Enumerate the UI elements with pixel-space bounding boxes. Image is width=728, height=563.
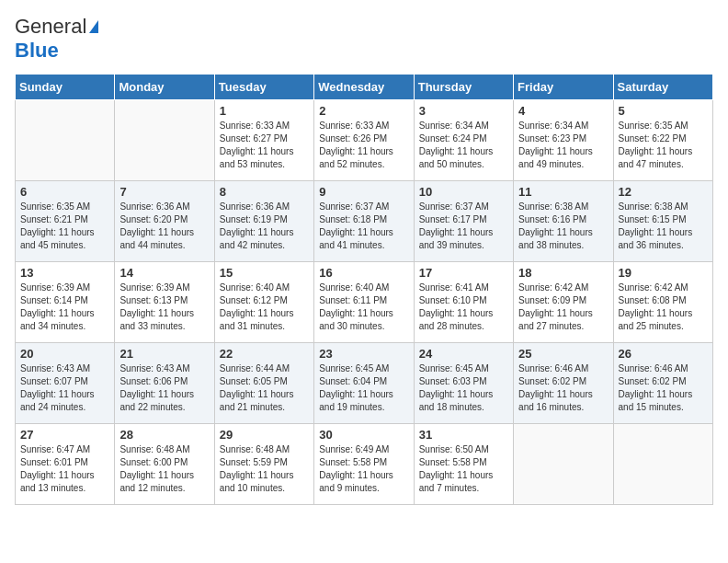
calendar-cell: 24Sunrise: 6:45 AMSunset: 6:03 PMDayligh… <box>414 343 513 424</box>
day-number: 29 <box>220 428 309 442</box>
calendar-cell: 22Sunrise: 6:44 AMSunset: 6:05 PMDayligh… <box>214 343 313 424</box>
calendar-cell: 5Sunrise: 6:35 AMSunset: 6:22 PMDaylight… <box>613 100 712 181</box>
day-number: 18 <box>518 266 608 280</box>
cell-details: Sunrise: 6:40 AMSunset: 6:12 PMDaylight:… <box>220 282 309 333</box>
cell-details: Sunrise: 6:43 AMSunset: 6:06 PMDaylight:… <box>119 362 209 414</box>
cell-details: Sunrise: 6:50 AMSunset: 5:58 PMDaylight:… <box>419 443 508 495</box>
cell-details: Sunrise: 6:39 AMSunset: 6:13 PMDaylight:… <box>119 282 209 333</box>
cell-details: Sunrise: 6:44 AMSunset: 6:05 PMDaylight:… <box>220 362 309 414</box>
header-monday: Monday <box>115 75 214 100</box>
calendar-cell: 20Sunrise: 6:43 AMSunset: 6:07 PMDayligh… <box>16 343 115 424</box>
calendar-cell <box>514 424 613 505</box>
cell-details: Sunrise: 6:48 AMSunset: 5:59 PMDaylight:… <box>220 443 309 495</box>
cell-details: Sunrise: 6:34 AMSunset: 6:24 PMDaylight:… <box>419 120 508 171</box>
calendar-cell: 26Sunrise: 6:46 AMSunset: 6:02 PMDayligh… <box>613 343 712 424</box>
cell-details: Sunrise: 6:36 AMSunset: 6:19 PMDaylight:… <box>220 201 309 252</box>
cell-details: Sunrise: 6:48 AMSunset: 6:00 PMDaylight:… <box>119 443 209 495</box>
header-thursday: Thursday <box>414 75 513 100</box>
calendar-cell: 23Sunrise: 6:45 AMSunset: 6:04 PMDayligh… <box>314 343 414 424</box>
cell-details: Sunrise: 6:42 AMSunset: 6:08 PMDaylight:… <box>619 282 708 333</box>
header-sunday: Sunday <box>16 75 115 100</box>
calendar-cell: 29Sunrise: 6:48 AMSunset: 5:59 PMDayligh… <box>214 424 313 505</box>
calendar-cell <box>16 100 115 181</box>
calendar-cell: 12Sunrise: 6:38 AMSunset: 6:15 PMDayligh… <box>613 181 712 262</box>
calendar-cell: 1Sunrise: 6:33 AMSunset: 6:27 PMDaylight… <box>214 100 313 181</box>
day-number: 3 <box>419 104 508 118</box>
header-wednesday: Wednesday <box>314 75 414 100</box>
cell-details: Sunrise: 6:35 AMSunset: 6:22 PMDaylight:… <box>619 120 708 171</box>
day-number: 28 <box>119 428 209 442</box>
week-row-5: 27Sunrise: 6:47 AMSunset: 6:01 PMDayligh… <box>16 424 713 505</box>
header-tuesday: Tuesday <box>214 75 313 100</box>
calendar-cell: 14Sunrise: 6:39 AMSunset: 6:13 PMDayligh… <box>115 262 214 343</box>
calendar-cell: 17Sunrise: 6:41 AMSunset: 6:10 PMDayligh… <box>414 262 513 343</box>
day-number: 25 <box>518 347 608 361</box>
day-number: 17 <box>419 266 508 280</box>
calendar-cell: 7Sunrise: 6:36 AMSunset: 6:20 PMDaylight… <box>115 181 214 262</box>
calendar-cell: 18Sunrise: 6:42 AMSunset: 6:09 PMDayligh… <box>514 262 613 343</box>
week-row-4: 20Sunrise: 6:43 AMSunset: 6:07 PMDayligh… <box>16 343 713 424</box>
weekday-header-row: SundayMondayTuesdayWednesdayThursdayFrid… <box>16 75 713 100</box>
logo-general-text: General <box>15 15 86 39</box>
day-number: 27 <box>20 428 109 442</box>
cell-details: Sunrise: 6:33 AMSunset: 6:27 PMDaylight:… <box>220 120 309 171</box>
day-number: 22 <box>220 347 309 361</box>
day-number: 23 <box>319 347 408 361</box>
calendar-cell: 8Sunrise: 6:36 AMSunset: 6:19 PMDaylight… <box>214 181 313 262</box>
week-row-2: 6Sunrise: 6:35 AMSunset: 6:21 PMDaylight… <box>16 181 713 262</box>
day-number: 8 <box>220 185 309 199</box>
cell-details: Sunrise: 6:37 AMSunset: 6:18 PMDaylight:… <box>319 201 408 252</box>
calendar-cell: 11Sunrise: 6:38 AMSunset: 6:16 PMDayligh… <box>514 181 613 262</box>
cell-details: Sunrise: 6:45 AMSunset: 6:04 PMDaylight:… <box>319 362 408 414</box>
calendar-cell: 25Sunrise: 6:46 AMSunset: 6:02 PMDayligh… <box>514 343 613 424</box>
cell-details: Sunrise: 6:34 AMSunset: 6:23 PMDaylight:… <box>518 120 608 171</box>
calendar-table: SundayMondayTuesdayWednesdayThursdayFrid… <box>15 74 713 505</box>
cell-details: Sunrise: 6:46 AMSunset: 6:02 PMDaylight:… <box>518 362 608 414</box>
day-number: 10 <box>419 185 508 199</box>
day-number: 16 <box>319 266 408 280</box>
calendar-cell: 27Sunrise: 6:47 AMSunset: 6:01 PMDayligh… <box>16 424 115 505</box>
day-number: 26 <box>619 347 708 361</box>
day-number: 7 <box>119 185 209 199</box>
cell-details: Sunrise: 6:47 AMSunset: 6:01 PMDaylight:… <box>20 443 109 495</box>
day-number: 6 <box>20 185 109 199</box>
day-number: 15 <box>220 266 309 280</box>
calendar-cell <box>613 424 712 505</box>
calendar-cell: 10Sunrise: 6:37 AMSunset: 6:17 PMDayligh… <box>414 181 513 262</box>
day-number: 1 <box>220 104 309 118</box>
cell-details: Sunrise: 6:42 AMSunset: 6:09 PMDaylight:… <box>518 282 608 333</box>
day-number: 24 <box>419 347 508 361</box>
calendar-cell: 16Sunrise: 6:40 AMSunset: 6:11 PMDayligh… <box>314 262 414 343</box>
logo-triangle-icon <box>89 20 98 33</box>
day-number: 4 <box>518 104 608 118</box>
cell-details: Sunrise: 6:43 AMSunset: 6:07 PMDaylight:… <box>20 362 109 414</box>
week-row-1: 1Sunrise: 6:33 AMSunset: 6:27 PMDaylight… <box>16 100 713 181</box>
calendar-cell: 28Sunrise: 6:48 AMSunset: 6:00 PMDayligh… <box>115 424 214 505</box>
calendar-cell: 31Sunrise: 6:50 AMSunset: 5:58 PMDayligh… <box>414 424 513 505</box>
day-number: 11 <box>518 185 608 199</box>
calendar-cell: 13Sunrise: 6:39 AMSunset: 6:14 PMDayligh… <box>16 262 115 343</box>
calendar-cell: 3Sunrise: 6:34 AMSunset: 6:24 PMDaylight… <box>414 100 513 181</box>
cell-details: Sunrise: 6:33 AMSunset: 6:26 PMDaylight:… <box>319 120 408 171</box>
cell-details: Sunrise: 6:36 AMSunset: 6:20 PMDaylight:… <box>119 201 209 252</box>
cell-details: Sunrise: 6:40 AMSunset: 6:11 PMDaylight:… <box>319 282 408 333</box>
cell-details: Sunrise: 6:37 AMSunset: 6:17 PMDaylight:… <box>419 201 508 252</box>
cell-details: Sunrise: 6:46 AMSunset: 6:02 PMDaylight:… <box>619 362 708 414</box>
day-number: 13 <box>20 266 109 280</box>
calendar-cell: 4Sunrise: 6:34 AMSunset: 6:23 PMDaylight… <box>514 100 613 181</box>
day-number: 2 <box>319 104 408 118</box>
day-number: 19 <box>619 266 708 280</box>
calendar-cell: 15Sunrise: 6:40 AMSunset: 6:12 PMDayligh… <box>214 262 313 343</box>
cell-details: Sunrise: 6:38 AMSunset: 6:15 PMDaylight:… <box>619 201 708 252</box>
header-friday: Friday <box>514 75 613 100</box>
day-number: 9 <box>319 185 408 199</box>
calendar-cell: 30Sunrise: 6:49 AMSunset: 5:58 PMDayligh… <box>314 424 414 505</box>
cell-details: Sunrise: 6:35 AMSunset: 6:21 PMDaylight:… <box>20 201 109 252</box>
cell-details: Sunrise: 6:41 AMSunset: 6:10 PMDaylight:… <box>419 282 508 333</box>
logo: General Blue <box>15 15 98 63</box>
calendar-cell <box>115 100 214 181</box>
day-number: 20 <box>20 347 109 361</box>
cell-details: Sunrise: 6:45 AMSunset: 6:03 PMDaylight:… <box>419 362 508 414</box>
day-number: 31 <box>419 428 508 442</box>
logo-blue-text: Blue <box>15 39 59 62</box>
